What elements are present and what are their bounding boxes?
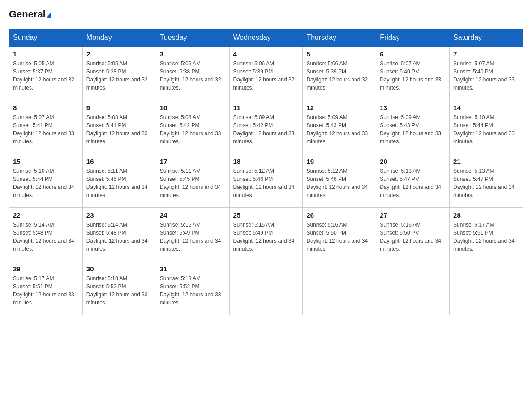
week-row-1: 1Sunrise: 5:05 AMSunset: 5:37 PMDaylight… [9,47,523,100]
day-detail: Sunrise: 5:12 AMSunset: 5:46 PMDaylight:… [306,167,372,199]
calendar-cell: 19Sunrise: 5:12 AMSunset: 5:46 PMDayligh… [303,154,376,208]
calendar-cell: 16Sunrise: 5:11 AMSunset: 5:45 PMDayligh… [82,154,156,208]
day-detail: Sunrise: 5:06 AMSunset: 5:39 PMDaylight:… [233,60,299,92]
day-number: 1 [13,50,79,58]
day-number: 9 [86,104,152,111]
calendar-cell: 1Sunrise: 5:05 AMSunset: 5:37 PMDaylight… [9,47,83,100]
logo-triangle-icon [47,12,51,18]
day-detail: Sunrise: 5:13 AMSunset: 5:47 PMDaylight:… [380,167,446,199]
day-number: 24 [160,211,226,219]
day-number: 13 [380,104,446,111]
day-detail: Sunrise: 5:05 AMSunset: 5:38 PMDaylight:… [86,60,152,92]
day-number: 16 [86,158,152,165]
day-detail: Sunrise: 5:11 AMSunset: 5:45 PMDaylight:… [160,167,226,199]
calendar-cell: 29Sunrise: 5:17 AMSunset: 5:51 PMDayligh… [9,261,83,315]
day-detail: Sunrise: 5:06 AMSunset: 5:38 PMDaylight:… [160,60,226,92]
day-number: 3 [160,50,226,58]
header-thursday: Thursday [303,29,376,47]
day-detail: Sunrise: 5:15 AMSunset: 5:49 PMDaylight:… [233,221,299,253]
day-detail: Sunrise: 5:09 AMSunset: 5:43 PMDaylight:… [380,113,446,146]
calendar-cell: 11Sunrise: 5:09 AMSunset: 5:42 PMDayligh… [229,100,303,154]
logo: General [9,9,51,20]
calendar-cell: 20Sunrise: 5:13 AMSunset: 5:47 PMDayligh… [376,154,450,208]
header-tuesday: Tuesday [156,29,229,47]
header-sunday: Sunday [9,29,83,47]
day-detail: Sunrise: 5:10 AMSunset: 5:44 PMDaylight:… [453,113,519,146]
day-number: 23 [86,211,152,219]
day-number: 5 [306,50,372,58]
day-detail: Sunrise: 5:17 AMSunset: 5:51 PMDaylight:… [13,274,79,307]
calendar-cell [376,261,450,315]
day-detail: Sunrise: 5:11 AMSunset: 5:45 PMDaylight:… [86,167,152,199]
header-saturday: Saturday [450,29,523,47]
day-detail: Sunrise: 5:08 AMSunset: 5:41 PMDaylight:… [86,113,152,146]
day-detail: Sunrise: 5:13 AMSunset: 5:47 PMDaylight:… [453,167,519,199]
day-number: 18 [233,158,299,165]
day-number: 11 [233,104,299,111]
day-detail: Sunrise: 5:14 AMSunset: 5:48 PMDaylight:… [86,221,152,253]
calendar-cell [303,261,376,315]
calendar-cell: 23Sunrise: 5:14 AMSunset: 5:48 PMDayligh… [82,208,156,261]
calendar-cell: 7Sunrise: 5:07 AMSunset: 5:40 PMDaylight… [450,47,523,100]
day-detail: Sunrise: 5:07 AMSunset: 5:41 PMDaylight:… [13,113,79,146]
day-detail: Sunrise: 5:18 AMSunset: 5:52 PMDaylight:… [160,274,226,307]
day-number: 15 [13,158,79,165]
header-monday: Monday [82,29,156,47]
day-detail: Sunrise: 5:14 AMSunset: 5:48 PMDaylight:… [13,221,79,253]
calendar-cell: 27Sunrise: 5:16 AMSunset: 5:50 PMDayligh… [376,208,450,261]
day-number: 7 [453,50,519,58]
day-number: 6 [380,50,446,58]
calendar-cell: 9Sunrise: 5:08 AMSunset: 5:41 PMDaylight… [82,100,156,154]
day-detail: Sunrise: 5:12 AMSunset: 5:46 PMDaylight:… [233,167,299,199]
calendar-cell: 30Sunrise: 5:18 AMSunset: 5:52 PMDayligh… [82,261,156,315]
day-number: 25 [233,211,299,219]
day-number: 29 [13,265,79,273]
day-detail: Sunrise: 5:15 AMSunset: 5:49 PMDaylight:… [160,221,226,253]
day-number: 14 [453,104,519,111]
calendar-cell: 12Sunrise: 5:09 AMSunset: 5:43 PMDayligh… [303,100,376,154]
week-row-2: 8Sunrise: 5:07 AMSunset: 5:41 PMDaylight… [9,100,523,154]
logo-general-text: General [9,9,51,20]
calendar-cell: 28Sunrise: 5:17 AMSunset: 5:51 PMDayligh… [450,208,523,261]
day-number: 28 [453,211,519,219]
calendar-cell [229,261,303,315]
calendar-cell: 5Sunrise: 5:06 AMSunset: 5:39 PMDaylight… [303,47,376,100]
calendar-table: SundayMondayTuesdayWednesdayThursdayFrid… [9,29,523,315]
calendar-cell: 14Sunrise: 5:10 AMSunset: 5:44 PMDayligh… [450,100,523,154]
day-detail: Sunrise: 5:09 AMSunset: 5:42 PMDaylight:… [233,113,299,146]
day-number: 26 [306,211,372,219]
day-number: 21 [453,158,519,165]
day-number: 22 [13,211,79,219]
day-number: 4 [233,50,299,58]
week-row-4: 22Sunrise: 5:14 AMSunset: 5:48 PMDayligh… [9,208,523,261]
day-number: 30 [86,265,152,273]
calendar-cell: 31Sunrise: 5:18 AMSunset: 5:52 PMDayligh… [156,261,229,315]
day-number: 19 [306,158,372,165]
day-detail: Sunrise: 5:16 AMSunset: 5:50 PMDaylight:… [380,221,446,253]
day-detail: Sunrise: 5:06 AMSunset: 5:39 PMDaylight:… [306,60,372,92]
week-row-3: 15Sunrise: 5:10 AMSunset: 5:44 PMDayligh… [9,154,523,208]
calendar-cell [450,261,523,315]
day-detail: Sunrise: 5:09 AMSunset: 5:43 PMDaylight:… [306,113,372,146]
calendar-cell: 8Sunrise: 5:07 AMSunset: 5:41 PMDaylight… [9,100,83,154]
calendar-cell: 25Sunrise: 5:15 AMSunset: 5:49 PMDayligh… [229,208,303,261]
day-detail: Sunrise: 5:07 AMSunset: 5:40 PMDaylight:… [380,60,446,92]
day-number: 12 [306,104,372,111]
calendar-cell: 15Sunrise: 5:10 AMSunset: 5:44 PMDayligh… [9,154,83,208]
week-row-5: 29Sunrise: 5:17 AMSunset: 5:51 PMDayligh… [9,261,523,315]
calendar-cell: 26Sunrise: 5:16 AMSunset: 5:50 PMDayligh… [303,208,376,261]
day-detail: Sunrise: 5:05 AMSunset: 5:37 PMDaylight:… [13,60,79,92]
day-detail: Sunrise: 5:18 AMSunset: 5:52 PMDaylight:… [86,274,152,307]
calendar-body: 1Sunrise: 5:05 AMSunset: 5:37 PMDaylight… [9,47,523,315]
calendar-cell: 21Sunrise: 5:13 AMSunset: 5:47 PMDayligh… [450,154,523,208]
calendar-cell: 13Sunrise: 5:09 AMSunset: 5:43 PMDayligh… [376,100,450,154]
calendar-cell: 24Sunrise: 5:15 AMSunset: 5:49 PMDayligh… [156,208,229,261]
day-detail: Sunrise: 5:07 AMSunset: 5:40 PMDaylight:… [453,60,519,92]
day-detail: Sunrise: 5:16 AMSunset: 5:50 PMDaylight:… [306,221,372,253]
header-wednesday: Wednesday [229,29,303,47]
calendar-cell: 3Sunrise: 5:06 AMSunset: 5:38 PMDaylight… [156,47,229,100]
day-number: 27 [380,211,446,219]
calendar-cell: 22Sunrise: 5:14 AMSunset: 5:48 PMDayligh… [9,208,83,261]
day-number: 17 [160,158,226,165]
day-number: 31 [160,265,226,273]
